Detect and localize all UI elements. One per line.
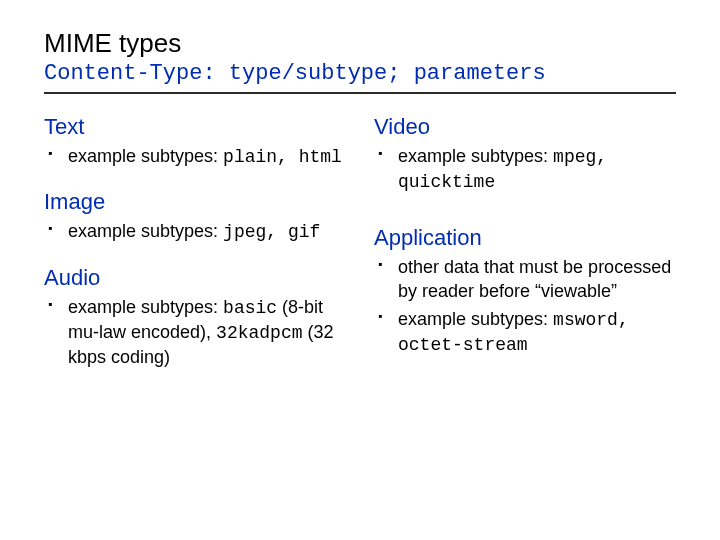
slide-title: MIME types — [44, 28, 676, 59]
list-application: other data that must be processed by rea… — [374, 255, 676, 358]
heading-image: Image — [44, 189, 346, 215]
list-item: example subtypes: msword, octet-stream — [378, 307, 676, 358]
columns: Text example subtypes: plain, html Image… — [44, 108, 676, 373]
divider — [44, 92, 676, 94]
item-code: jpeg, gif — [223, 222, 320, 242]
list-item: other data that must be processed by rea… — [378, 255, 676, 304]
heading-text: Text — [44, 114, 346, 140]
item-prefix: example subtypes: — [68, 146, 223, 166]
heading-video: Video — [374, 114, 676, 140]
left-column: Text example subtypes: plain, html Image… — [44, 108, 346, 373]
item-prefix: example subtypes: — [68, 297, 223, 317]
slide-subtitle: Content-Type: type/subtype; parameters — [44, 61, 676, 86]
item-code: 32kadpcm — [216, 323, 302, 343]
list-item: example subtypes: plain, html — [48, 144, 346, 169]
list-item: example subtypes: basic (8-bit mu-law en… — [48, 295, 346, 370]
list-item: example subtypes: jpeg, gif — [48, 219, 346, 244]
list-image: example subtypes: jpeg, gif — [44, 219, 346, 244]
heading-audio: Audio — [44, 265, 346, 291]
item-prefix: example subtypes: — [398, 146, 553, 166]
slide: MIME types Content-Type: type/subtype; p… — [0, 0, 720, 393]
item-code: basic — [223, 298, 277, 318]
item-code: plain, html — [223, 147, 342, 167]
heading-application: Application — [374, 225, 676, 251]
item-prefix: example subtypes: — [398, 309, 553, 329]
item-prefix: example subtypes: — [68, 221, 223, 241]
list-audio: example subtypes: basic (8-bit mu-law en… — [44, 295, 346, 370]
list-item: example subtypes: mpeg, quicktime — [378, 144, 676, 195]
list-text: example subtypes: plain, html — [44, 144, 346, 169]
right-column: Video example subtypes: mpeg, quicktime … — [374, 108, 676, 373]
list-video: example subtypes: mpeg, quicktime — [374, 144, 676, 195]
